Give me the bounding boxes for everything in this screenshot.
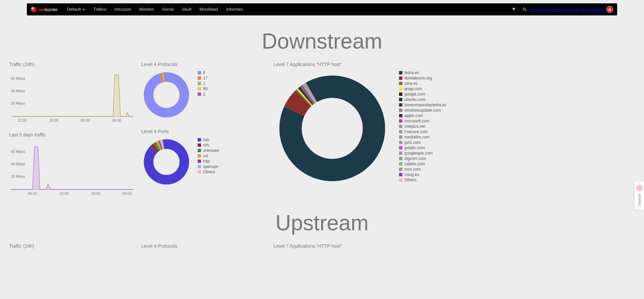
- legend-item[interactable]: microsoft.com: [399, 119, 446, 123]
- legend-label: librelabucm.org: [404, 76, 432, 80]
- legend-item[interactable]: 2: [198, 92, 207, 97]
- title-l7apps-up: Level 7 Applications "HTTP host": [274, 243, 635, 249]
- legend-swatch: [198, 82, 201, 85]
- legend-swatch: [399, 82, 402, 85]
- caret-down-icon: ▼: [82, 8, 85, 11]
- legend-swatch: [399, 178, 402, 182]
- legend-label: ubuntu.com: [404, 97, 426, 102]
- x-tick: 12:00: [59, 191, 69, 195]
- legend-label: zabbix.com: [404, 162, 425, 166]
- chart-l7-apps[interactable]: [274, 70, 391, 187]
- chart-last5[interactable]: 60 Mbps 40 Mbps 20 Mbps 06:00 12:00 18:0…: [9, 140, 133, 197]
- legend-label: cifs: [203, 143, 209, 147]
- legend-item[interactable]: tedra.es: [399, 70, 446, 75]
- legend-item[interactable]: gvt1.com: [399, 140, 446, 145]
- nav-right: Sensores Herramientas▼ Administrator ◉: [508, 6, 613, 13]
- legend-label: digicert.com: [404, 156, 426, 161]
- user-avatar[interactable]: ◉: [606, 6, 613, 13]
- legend-label: windowsupdate.com: [404, 108, 441, 113]
- legend-item[interactable]: openvpn: [198, 164, 219, 169]
- legend-item[interactable]: cixug.es: [399, 172, 446, 177]
- legend-item[interactable]: apple.com: [399, 113, 446, 118]
- legend-item[interactable]: unknown: [198, 148, 219, 153]
- legend-item[interactable]: ubuntu.com: [399, 97, 446, 102]
- legend-item[interactable]: google.com: [399, 92, 446, 97]
- x-tick: 06:00: [28, 191, 37, 195]
- legend-swatch: [399, 98, 402, 101]
- legend-item[interactable]: http: [198, 159, 219, 164]
- legend-item[interactable]: 1: [198, 81, 207, 86]
- nav-monitor[interactable]: Monitor: [135, 3, 158, 15]
- user-avatar-icon: ◉: [608, 7, 611, 12]
- legend-label: 89: [203, 86, 207, 91]
- legend-label: 2: [203, 92, 205, 97]
- legend-item[interactable]: zabbix.com: [399, 162, 446, 166]
- legend-item[interactable]: gstatic.com: [399, 145, 446, 150]
- legend-item[interactable]: 6: [198, 70, 207, 75]
- legend-item[interactable]: boxeomanodepiedra.es: [399, 103, 446, 107]
- chart-traffic24[interactable]: 60 Mbps 40 Mbps 20 Mbps 12:00 18:00 00:0…: [9, 70, 133, 123]
- legend-item[interactable]: librelabucm.org: [399, 76, 446, 80]
- legend-swatch: [399, 152, 402, 155]
- nav-default-dropdown[interactable]: Default▼: [63, 3, 89, 16]
- legend-swatch: [198, 93, 201, 96]
- title-traffic24-up: Traffic (24h): [9, 243, 133, 249]
- nav-intrusion[interactable]: Intrusion: [110, 3, 135, 15]
- y-tick: 40 Mbps: [11, 162, 25, 166]
- legend-item[interactable]: googleapis.com: [399, 151, 446, 156]
- chart-l4-protocols[interactable]: [141, 70, 192, 120]
- title-l4proto: Level 4 Protocols: [141, 62, 265, 67]
- title-l4proto-up: Level 4 Protocols: [141, 243, 265, 249]
- legend-swatch: [399, 168, 402, 171]
- nav-vault[interactable]: Vault: [178, 3, 196, 15]
- legend-item[interactable]: mediafire.com: [399, 135, 446, 139]
- page: Downstream Traffic (24h) 60 Mbps 40 Mbps…: [5, 29, 639, 251]
- legend-item[interactable]: ssh: [198, 137, 219, 142]
- legend-label: gstatic.com: [404, 145, 425, 150]
- search-icon[interactable]: [519, 7, 530, 11]
- section-title-upstream: Upstream: [5, 211, 639, 235]
- legend-item[interactable]: msn.com: [399, 167, 446, 172]
- svg-point-0: [523, 8, 525, 10]
- legend-item[interactable]: windowsupdate.com: [399, 108, 446, 113]
- nav-trafico[interactable]: Tráfico: [89, 3, 110, 15]
- legend-item[interactable]: ssl: [198, 154, 219, 158]
- upstream-row: Traffic (24h) Level 4 Protocols Level 7 …: [5, 243, 639, 251]
- nav-informes[interactable]: Informes: [222, 3, 247, 15]
- legend-item[interactable]: uma.es: [399, 81, 446, 86]
- nav-sensores[interactable]: Sensores: [530, 7, 548, 12]
- nav-left: Default▼ Tráfico Intrusion Monitor Socia…: [63, 3, 247, 16]
- legend-swatch: [198, 76, 201, 80]
- nav-social[interactable]: Social: [158, 3, 178, 15]
- legend-swatch: [198, 71, 201, 74]
- brand-logo[interactable]: redborder: [31, 7, 58, 12]
- legend-label: 1: [203, 81, 205, 86]
- legend-item[interactable]: Others: [198, 170, 219, 174]
- legend-item[interactable]: oneplus.net: [399, 124, 446, 129]
- legend-label: unknown: [203, 148, 219, 153]
- legend-label: oneplus.net: [404, 124, 425, 129]
- legend-item[interactable]: digicert.com: [399, 156, 446, 161]
- donut-slice[interactable]: [144, 72, 189, 118]
- legend-item[interactable]: f-secure.com: [399, 129, 446, 134]
- legend-swatch: [198, 165, 201, 168]
- legend-swatch: [399, 125, 402, 128]
- legend-swatch: [399, 119, 402, 123]
- nav-herramientas-dropdown[interactable]: Herramientas▼: [548, 7, 579, 12]
- legend-swatch: [198, 160, 201, 163]
- legend-item[interactable]: cifs: [198, 143, 219, 147]
- legend-item[interactable]: Others: [399, 178, 446, 182]
- support-tab[interactable]: Soporte: [634, 181, 644, 210]
- nav-administrator[interactable]: Administrator: [579, 7, 604, 12]
- svg-line-1: [525, 10, 526, 11]
- legend-item[interactable]: 17: [198, 76, 207, 80]
- y-tick: 20 Mbps: [11, 174, 25, 178]
- y-tick: 60 Mbps: [11, 76, 25, 80]
- legend-item[interactable]: 89: [198, 86, 207, 91]
- filter-icon[interactable]: [508, 7, 519, 11]
- legend-label: boxeomanodepiedra.es: [404, 103, 446, 107]
- x-tick: 00:00: [122, 191, 132, 195]
- chart-l4-ports[interactable]: [141, 137, 192, 187]
- nav-movilidad[interactable]: Movilidad: [196, 3, 222, 15]
- legend-item[interactable]: qnap.com: [399, 86, 446, 91]
